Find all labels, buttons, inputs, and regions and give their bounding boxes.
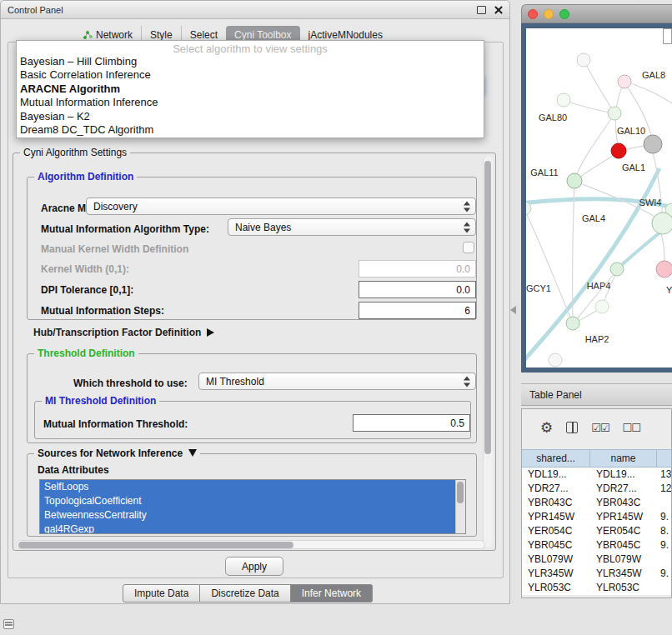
scrollbar-thumb[interactable]	[484, 161, 491, 454]
node[interactable]	[566, 317, 579, 330]
combo-arrows-icon	[464, 376, 470, 387]
which-threshold-label: Which threshold to use:	[73, 378, 188, 389]
node[interactable]	[618, 75, 631, 88]
network-window-titlebar[interactable]	[521, 4, 672, 23]
table-row[interactable]: YBL079W YBL079W	[522, 552, 671, 567]
table-panel-titlebar[interactable]: Table Panel	[521, 383, 672, 406]
tab-impute-data[interactable]: Impute Data	[123, 584, 200, 602]
data-attributes-label: Data Attributes	[38, 464, 109, 476]
zoom-traffic-light[interactable]	[559, 9, 569, 19]
mi-steps-label: Mutual Information Steps:	[41, 305, 164, 317]
network-canvas[interactable]: GAL8 GAL80 GAL10 GAL11 GAL1 SWI4 GAL4 GC…	[521, 23, 672, 372]
splitter-arrow-icon[interactable]	[510, 306, 516, 314]
combo-arrows-icon	[464, 201, 470, 212]
deselect-all-icon[interactable]: ☐☐	[623, 422, 640, 433]
data-attributes-list[interactable]: SelfLoops TopologicalCoefficient Between…	[39, 479, 466, 534]
columns-icon[interactable]	[566, 422, 578, 433]
aracne-mode-select[interactable]: Discovery	[86, 198, 476, 215]
node[interactable]	[577, 53, 590, 67]
tab-discretize-data[interactable]: Discretize Data	[200, 584, 290, 602]
node[interactable]	[608, 107, 621, 120]
hub-definition-toggle[interactable]: Hub/Transcription Factor Definition	[33, 327, 214, 338]
node-label: GAL4	[582, 213, 605, 223]
network-view-window: GAL8 GAL80 GAL10 GAL11 GAL1 SWI4 GAL4 GC…	[521, 4, 672, 372]
column-header-shared[interactable]: shared...	[522, 450, 590, 467]
float-window-icon[interactable]	[477, 6, 486, 14]
apply-button-label: Apply	[242, 561, 267, 572]
node-label: GAL11	[530, 168, 558, 178]
dropdown-option[interactable]: Bayesian – Hill Climbing	[17, 55, 484, 68]
column-header-cut[interactable]	[657, 450, 671, 467]
list-item[interactable]: SelfLoops	[40, 480, 455, 494]
control-panel-titlebar[interactable]: Control Panel	[1, 1, 509, 19]
dpi-tolerance-field[interactable]: 0.0	[359, 281, 476, 298]
table-row[interactable]: YLR053C YLR053C	[522, 581, 671, 595]
node-label: HAP4	[587, 281, 611, 291]
mi-steps-field[interactable]: 6	[359, 302, 476, 319]
node[interactable]	[652, 212, 672, 234]
list-item[interactable]: gal4RGexp	[40, 522, 455, 534]
dropdown-option[interactable]: Basic Correlation Inference	[17, 68, 484, 82]
node[interactable]	[567, 173, 582, 188]
mi-threshold-field[interactable]: 0.5	[353, 414, 470, 432]
kernel-width-field[interactable]: 0.0	[359, 260, 476, 278]
cell	[657, 552, 671, 567]
gear-icon[interactable]: ⚙	[540, 421, 553, 435]
table-panel-title: Table Panel	[529, 389, 582, 401]
mi-type-select[interactable]: Naive Bayes	[228, 218, 476, 236]
dropdown-option[interactable]: Dream8 DC_TDC Algorithm	[17, 123, 484, 137]
manual-kernel-checkbox[interactable]	[463, 242, 474, 253]
cell: YBR045C	[590, 538, 657, 552]
node[interactable]	[610, 262, 624, 276]
table-row[interactable]: YBR043C YBR043C	[522, 496, 671, 510]
list-vertical-scrollbar[interactable]	[455, 480, 465, 533]
apply-button[interactable]: Apply	[225, 557, 283, 576]
node[interactable]	[549, 353, 562, 367]
minimized-panel-icon[interactable]	[3, 619, 14, 629]
minimize-traffic-light[interactable]	[544, 9, 554, 19]
table-row[interactable]: YDL19... YDL19... 13	[522, 468, 671, 482]
node-label: GAL1	[622, 162, 645, 172]
settings-horizontal-scrollbar[interactable]	[16, 540, 485, 549]
dropdown-option[interactable]: Mutual Information Inference	[17, 96, 484, 109]
close-traffic-light[interactable]	[528, 9, 538, 19]
cell: YLR345W	[590, 567, 657, 581]
scrollbar-thumb[interactable]	[457, 482, 464, 503]
tab-style-label: Style	[150, 29, 173, 41]
node[interactable]	[595, 300, 609, 313]
node-pink[interactable]	[656, 261, 672, 278]
node-red[interactable]	[611, 143, 626, 158]
dropdown-option-selected[interactable]: ARACNE Algorithm	[17, 82, 484, 96]
sources-toggle[interactable]: Sources for Network Inference	[34, 448, 200, 459]
table-panel-window: ⚙ ☑☑ ☐☐ shared... name YDL19... YDL19...…	[521, 408, 672, 598]
control-panel-window: Control Panel Network Style Select Cyni …	[0, 0, 510, 604]
cell: YER054C	[522, 524, 590, 538]
table-toolbar: ⚙ ☑☑ ☐☐	[522, 416, 671, 439]
dpi-tolerance-value: 0.0	[456, 284, 470, 296]
table-row[interactable]: YBR045C YBR045C 9.	[522, 538, 671, 552]
algorithm-dropdown-list: Select algorithm to view settings Bayesi…	[16, 40, 484, 138]
list-item[interactable]: BetweennessCentrality	[40, 508, 455, 522]
tab-infer-network[interactable]: Infer Network	[291, 584, 373, 602]
node-label: GAL10	[617, 126, 645, 136]
column-header-name[interactable]: name	[590, 450, 657, 467]
list-item[interactable]: TopologicalCoefficient	[40, 494, 455, 508]
node[interactable]	[557, 93, 570, 107]
table-row[interactable]: YPR145W YPR145W 9.	[522, 510, 671, 524]
node[interactable]	[644, 135, 662, 153]
table-row[interactable]: YER054C YER054C 8.	[522, 524, 671, 538]
table-row[interactable]: YDR27... YDR27... 12	[522, 482, 671, 496]
table-row[interactable]: YLR345W YLR345W 9.	[522, 567, 671, 581]
dpi-tolerance-label: DPI Tolerance [0,1]:	[41, 284, 133, 296]
birdseye-toggle[interactable]	[663, 28, 672, 44]
mi-type-label: Mutual Information Algorithm Type:	[41, 223, 209, 235]
table-body: YDL19... YDL19... 13 YDR27... YDR27... 1…	[522, 468, 671, 595]
select-all-icon[interactable]: ☑☑	[591, 422, 609, 433]
dropdown-option[interactable]: Bayesian – K2	[17, 110, 484, 123]
which-threshold-select[interactable]: MI Threshold	[198, 372, 476, 390]
cell: YDL19...	[590, 468, 657, 482]
settings-vertical-scrollbar[interactable]	[483, 156, 493, 548]
scrollbar-thumb[interactable]	[18, 542, 293, 548]
mi-threshold-group: MI Threshold Definition Mutual Informati…	[34, 401, 471, 439]
close-icon[interactable]	[494, 5, 503, 14]
